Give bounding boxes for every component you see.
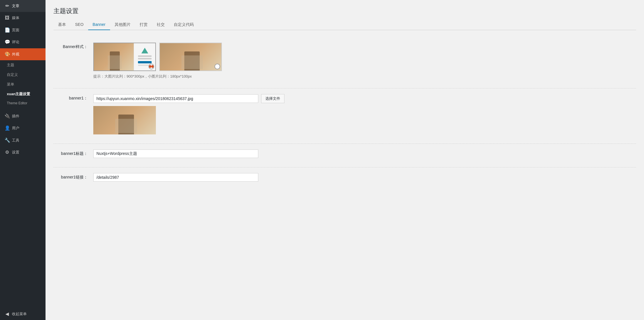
sidebar-item-settings[interactable]: ⚙ 设置 [0, 146, 46, 158]
banner1-label: banner1： [53, 94, 88, 101]
sidebar-item-label: 工具 [12, 138, 19, 143]
users-icon: 👤 [5, 125, 10, 131]
banner-option-1-radio[interactable] [148, 64, 154, 69]
sidebar-item-label: 评论 [12, 40, 19, 45]
media-icon: 🖼 [5, 15, 10, 21]
settings-icon: ⚙ [5, 149, 10, 155]
sidebar-item-users[interactable]: 👤 用户 [0, 122, 46, 134]
tab-social[interactable]: 社交 [152, 20, 169, 30]
sidebar-item-tools[interactable]: 🔧 工具 [0, 134, 46, 146]
banner1-title-row: banner1标题： [53, 149, 636, 158]
sidebar-item-articles[interactable]: ✏ 文章 [0, 0, 46, 12]
sidebar: ✏ 文章 🖼 媒体 📄 页面 💬 评论 🎨 外观 主题 自定义 菜单 xuan主… [0, 0, 46, 320]
banner-style-content: 提示：大图片比列：900*300px，小图片比列：180px*100px [93, 43, 636, 79]
tabs: 基本 SEO Banner 其他图片 打赏 社交 自定义代码 [53, 20, 636, 30]
collapse-icon: ◀ [5, 311, 10, 317]
banner1-choose-button[interactable]: 选择文件 [261, 94, 284, 103]
banner1-title-content [93, 149, 636, 158]
sidebar-item-label: 外观 [12, 52, 19, 57]
main-content: 主题设置 基本 SEO Banner 其他图片 打赏 社交 自定义代码 Bann… [46, 0, 644, 320]
comments-icon: 💬 [5, 39, 10, 45]
tab-other-images[interactable]: 其他图片 [110, 20, 135, 30]
banner1-url-input[interactable] [93, 94, 258, 103]
pages-icon: 📄 [5, 27, 10, 33]
sidebar-item-label: 用户 [12, 126, 19, 131]
tab-seo[interactable]: SEO [71, 20, 88, 30]
banner-option-2[interactable] [159, 43, 222, 71]
tab-reward[interactable]: 打赏 [135, 20, 152, 30]
sidebar-item-collapse[interactable]: ◀ 收起菜单 [0, 308, 46, 320]
banner1-row: banner1： 选择文件 [53, 94, 636, 134]
tab-banner[interactable]: Banner [88, 20, 110, 30]
banner1-title-label: banner1标题： [53, 149, 88, 156]
sidebar-item-pages[interactable]: 📄 页面 [0, 24, 46, 36]
banner-style-label: Banner样式： [53, 43, 88, 49]
sidebar-item-label: 媒体 [12, 15, 19, 20]
banner-style-row: Banner样式： [53, 43, 636, 79]
sidebar-sub-theme-editor[interactable]: Theme Editor [0, 99, 46, 107]
sidebar-item-label: 页面 [12, 28, 19, 33]
banner1-link-input[interactable] [93, 173, 258, 182]
articles-icon: ✏ [5, 3, 10, 9]
banner1-link-section: banner1链接： [53, 167, 636, 191]
banner1-link-label: banner1链接： [53, 173, 88, 180]
page-title: 主题设置 [53, 7, 636, 15]
sidebar-item-label: 插件 [12, 114, 19, 119]
banner-option-1[interactable] [93, 43, 156, 71]
banner-option-2-radio[interactable] [214, 64, 220, 69]
sidebar-item-label: 文章 [12, 3, 19, 9]
sidebar-item-plugins[interactable]: 🔌 插件 [0, 110, 46, 122]
banner1-content: 选择文件 [93, 94, 636, 134]
banner1-title-section: banner1标题： [53, 144, 636, 167]
sidebar-sub-menus[interactable]: 菜单 [0, 80, 46, 89]
plugins-icon: 🔌 [5, 113, 10, 119]
tab-custom-code[interactable]: 自定义代码 [169, 20, 198, 30]
banner-style-section: Banner样式： [53, 37, 636, 88]
banner1-link-row: banner1链接： [53, 173, 636, 182]
banner1-link-content [93, 173, 636, 182]
appearance-icon: 🎨 [5, 51, 10, 57]
sidebar-sub-xuan-settings[interactable]: xuan主题设置 [0, 89, 46, 99]
sidebar-item-label: 收起菜单 [12, 311, 27, 317]
sidebar-item-media[interactable]: 🖼 媒体 [0, 12, 46, 24]
sidebar-item-comments[interactable]: 💬 评论 [0, 36, 46, 48]
banner1-section: banner1： 选择文件 [53, 88, 636, 144]
tab-basic[interactable]: 基本 [53, 20, 71, 30]
sidebar-item-appearance[interactable]: 🎨 外观 [0, 48, 46, 60]
sidebar-item-label: 设置 [12, 150, 19, 155]
tools-icon: 🔧 [5, 137, 10, 144]
sidebar-sub-customize[interactable]: 自定义 [0, 70, 46, 80]
banner-hint: 提示：大图片比列：900*300px，小图片比列：180px*100px [93, 74, 636, 79]
banner1-title-input[interactable] [93, 149, 258, 158]
banner-style-images [93, 43, 636, 71]
banner1-preview [93, 106, 156, 134]
banner1-input-row: 选择文件 [93, 94, 636, 103]
sidebar-sub-themes[interactable]: 主题 [0, 60, 46, 70]
